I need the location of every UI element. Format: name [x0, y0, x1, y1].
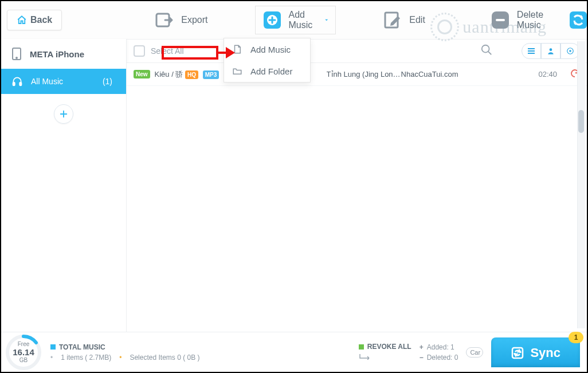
svg-point-10: [570, 50, 571, 52]
total-music-detail: 1 items ( 2.7MB): [61, 354, 111, 362]
device-row[interactable]: META iPhone: [1, 39, 126, 69]
add-music-icon: [262, 10, 282, 30]
selected-items: Selected Items 0 ( 0B ): [130, 354, 199, 362]
edit-label: Edit: [409, 15, 425, 25]
svg-rect-14: [19, 83, 21, 86]
person-icon[interactable]: [541, 43, 560, 59]
list-view-icon[interactable]: [522, 43, 541, 59]
edit-icon: [383, 10, 402, 30]
headphones-icon: [11, 76, 23, 87]
svg-point-12: [16, 57, 17, 58]
svg-point-7: [482, 45, 489, 53]
select-all-label: Select All: [151, 46, 184, 56]
svg-rect-17: [512, 348, 523, 358]
badge-new: New: [134, 70, 150, 78]
toolbar: Back Export Add Music Edit Delete Music …: [1, 1, 587, 39]
table-row[interactable]: New Kiêu / 骄 HQ MP3 Tỉnh Lung (Jing Long…: [127, 63, 587, 86]
add-music-dropdown: Add Music Add Folder: [224, 38, 311, 83]
track-list: New Kiêu / 骄 HQ MP3 Tỉnh Lung (Jing Long…: [127, 63, 587, 332]
add-music-button[interactable]: Add Music: [255, 6, 336, 34]
storage-free-label: Free: [18, 341, 30, 347]
revoke-arrow-icon: [359, 353, 411, 362]
sync-label: Sync: [530, 345, 560, 360]
svg-rect-5: [496, 19, 505, 21]
delete-music-button[interactable]: Delete Music: [484, 6, 550, 34]
added-count: Added: 1: [427, 343, 454, 351]
sync-button[interactable]: Sync 1: [491, 337, 580, 367]
badge-mp3: MP3: [203, 70, 219, 79]
undo-icon[interactable]: [557, 68, 580, 81]
track-duration: 02:40: [528, 70, 557, 78]
export-button[interactable]: Export: [148, 7, 214, 33]
storage-free-value: 16.14: [13, 347, 34, 357]
vertical-scrollbar[interactable]: [577, 41, 585, 328]
device-name: META iPhone: [30, 49, 84, 59]
refresh-button[interactable]: Refre: [562, 7, 588, 33]
svg-rect-13: [13, 83, 15, 86]
delete-icon: [491, 10, 510, 30]
plus-icon: [58, 109, 69, 119]
back-button[interactable]: Back: [7, 10, 62, 30]
footer: Free 16.14 GB TOTAL MUSIC •1 items ( 2.7…: [1, 332, 587, 372]
badge-hq: HQ: [185, 70, 198, 79]
columns-header: Select All: [127, 39, 587, 63]
folder-icon: [232, 66, 242, 76]
export-label: Export: [181, 15, 207, 25]
storage-gauge: Free 16.14 GB: [5, 333, 42, 371]
delete-music-label: Delete Music: [517, 10, 543, 30]
sidebar-all-music-count: (1): [103, 77, 112, 86]
track-artist: Tỉnh Lung (Jing Long),...: [327, 70, 401, 78]
deleted-count: Deleted: 0: [427, 354, 458, 362]
add-category-button[interactable]: [54, 104, 73, 124]
revoke-all-label[interactable]: REVOKE ALL: [367, 343, 411, 351]
sync-icon: [511, 346, 524, 360]
cancel-button[interactable]: Car: [466, 347, 483, 358]
view-toggle: [522, 43, 580, 59]
svg-point-8: [550, 48, 552, 51]
dropdown-add-folder[interactable]: Add Folder: [224, 60, 310, 82]
select-all-checkbox[interactable]: [134, 45, 145, 57]
home-icon: [17, 15, 27, 25]
storage-free-unit: GB: [19, 357, 28, 363]
svg-rect-6: [570, 11, 587, 29]
refresh-icon: [569, 10, 588, 30]
sidebar-all-music-label: All Music: [31, 77, 63, 86]
chevron-down-icon: [324, 17, 328, 23]
track-album: NhacCuaTui.com: [401, 70, 476, 78]
sync-badge: 1: [569, 332, 583, 343]
dropdown-add-folder-label: Add Folder: [250, 66, 292, 76]
export-icon: [155, 10, 174, 30]
file-icon: [232, 44, 242, 54]
back-label: Back: [30, 15, 52, 25]
edit-button[interactable]: Edit: [376, 7, 432, 33]
phone-icon: [11, 47, 22, 61]
sidebar-item-all-music[interactable]: All Music (1): [1, 69, 126, 94]
add-music-label: Add Music: [289, 10, 315, 30]
dropdown-add-music[interactable]: Add Music: [224, 38, 310, 60]
total-music-label: TOTAL MUSIC: [59, 343, 105, 351]
dropdown-add-music-label: Add Music: [250, 45, 291, 54]
search-icon[interactable]: [480, 44, 493, 58]
sidebar: META iPhone All Music (1): [1, 39, 127, 332]
